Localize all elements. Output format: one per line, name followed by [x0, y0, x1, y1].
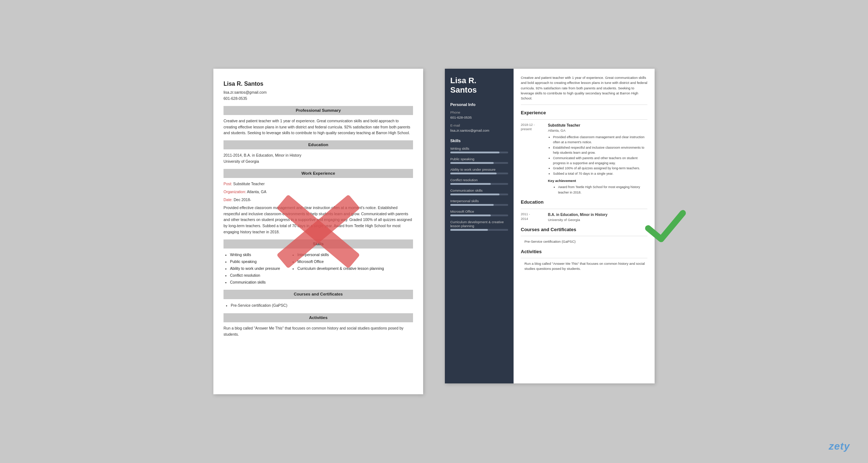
- left-resume: Lisa R. Santos lisa.zr.santos@gmail.com …: [213, 69, 423, 394]
- right-activities-text: Run a blog called "Answer Me This" that …: [521, 261, 647, 272]
- right-activities-title: Activities: [521, 248, 647, 255]
- left-name: Lisa R. Santos: [224, 80, 413, 88]
- right-exp-bullet-2: Established respectful and inclusive cla…: [553, 145, 647, 156]
- left-education-text: 2011-2014, B.A. in Education, Minor in H…: [224, 152, 413, 165]
- skill-item-curriculum: Curriculum development & creative lesson…: [450, 220, 508, 231]
- left-work-date: Date: Dec 2018-: [224, 197, 413, 203]
- right-exp-dates: 2018-12 -present: [521, 123, 544, 195]
- right-edu-dates: 2011 -2014: [521, 212, 544, 222]
- right-exp-bullet-1: Provided effective classroom management …: [553, 135, 647, 145]
- left-skill-8: Curriculum development & creative lesson…: [297, 265, 384, 272]
- left-skill-3: Ability to work under pressure: [230, 265, 280, 272]
- left-section-activities: Activities: [224, 313, 413, 322]
- left-section-summary: Professional Summary: [224, 106, 413, 115]
- sidebar-skills-title: Skills: [450, 139, 508, 143]
- right-exp-bullets: Provided effective classroom management …: [548, 135, 647, 176]
- right-resume: Lisa R.Santos Personal Info Phone 601-62…: [445, 69, 655, 383]
- right-summary: Creative and patient teacher with 1 year…: [521, 75, 647, 105]
- right-experience-title: Experience: [521, 109, 647, 116]
- sidebar-personal-info-title: Personal Info: [450, 102, 508, 107]
- left-skill-6: Interpersonal skills: [297, 251, 384, 258]
- left-section-courses: Courses and Certificates: [224, 290, 413, 299]
- left-skill-2: Public speaking: [230, 258, 280, 265]
- left-email: lisa.zr.santos@gmail.com 601-628-0535: [224, 89, 413, 102]
- sidebar-email-value: lisa.zr.santos@gmail.com: [450, 128, 508, 133]
- right-edu-title: B.A. in Education, Minor in History: [548, 212, 607, 217]
- skill-item-communication: Communication skills: [450, 188, 508, 195]
- left-section-work: Work Experience: [224, 169, 413, 178]
- left-skill-7: Microsoft Office: [297, 258, 384, 265]
- left-skill-5: Communication skills: [230, 279, 280, 286]
- experience-divider: [521, 119, 647, 120]
- right-exp-details: Substitute Teacher Atlanta, GA Provided …: [548, 123, 647, 195]
- left-courses-list: Pre-Service certification (GaPSC): [224, 302, 413, 309]
- right-courses-title: Courses and Certificates: [521, 226, 647, 233]
- left-skills-col2: Interpersonal skills Microsoft Office Cu…: [291, 251, 384, 285]
- right-sidebar: Lisa R.Santos Personal Info Phone 601-62…: [445, 69, 514, 383]
- sidebar-email-label: E-mail: [450, 123, 508, 127]
- right-edu-org: University of Georgia: [548, 217, 607, 222]
- skill-item-interpersonal: Interpersonal skills: [450, 199, 508, 206]
- right-name: Lisa R.Santos: [450, 76, 508, 95]
- right-edu-row: 2011 -2014 B.A. in Education, Minor in H…: [521, 212, 647, 222]
- right-exp-org: Atlanta, GA: [548, 128, 647, 133]
- left-course-1: Pre-Service certification (GaPSC): [231, 302, 413, 309]
- skill-item-writing: Writing skills: [450, 146, 508, 153]
- left-skills-col1: Writing skills Public speaking Ability t…: [224, 251, 280, 285]
- right-main-content: Creative and patient teacher with 1 year…: [514, 69, 655, 383]
- right-exp-row: 2018-12 -present Substitute Teacher Atla…: [521, 123, 647, 195]
- left-skill-1: Writing skills: [230, 251, 280, 258]
- left-work-bullets: Provided effective classroom management …: [224, 205, 413, 235]
- skill-item-conflict: Conflict resolution: [450, 178, 508, 185]
- right-key-achievement-title: Key achievement: [548, 178, 647, 183]
- sidebar-phone-value: 601-628-0535: [450, 115, 508, 120]
- right-achievement-1: Award from Teetle High School for most e…: [558, 184, 647, 195]
- skill-item-public-speaking: Public speaking: [450, 157, 508, 164]
- left-skills-grid: Writing skills Public speaking Ability t…: [224, 251, 413, 285]
- right-exp-bullet-4: Graded 100% of all quizzes assigned by l…: [553, 166, 647, 171]
- left-work-org: Organization: Atlanta, GA: [224, 189, 413, 195]
- right-education-title: Education: [521, 199, 647, 206]
- skill-item-msoffice: Microsoft Office: [450, 209, 508, 216]
- left-skill-4: Conflict resolution: [230, 272, 280, 279]
- left-section-skills: Skills: [224, 239, 413, 249]
- left-section-education: Education: [224, 140, 413, 149]
- courses-divider: [521, 236, 647, 236]
- right-exp-bullet-5: Subbed a total of 70 days in a single ye…: [553, 171, 647, 176]
- right-key-achievement: Award from Teetle High School for most e…: [548, 184, 647, 195]
- right-courses-item: Pre-Service certification (GaPSC): [521, 239, 647, 244]
- sidebar-phone-label: Phone: [450, 110, 508, 114]
- left-activities-text: Run a blog called "Answer Me This" that …: [224, 325, 413, 337]
- activities-divider: [521, 258, 647, 258]
- right-exp-title: Substitute Teacher: [548, 123, 647, 128]
- education-divider: [521, 209, 647, 209]
- skill-item-pressure: Ability to work under pressure: [450, 167, 508, 174]
- right-edu-details: B.A. in Education, Minor in History Univ…: [548, 212, 607, 222]
- right-exp-bullet-3: Communicated with parents and other teac…: [553, 156, 647, 166]
- zety-watermark: zety: [829, 441, 850, 452]
- left-summary-text: Creative and patient teacher with 1 year…: [224, 118, 413, 136]
- left-work-post: Post: Substitute Teacher: [224, 181, 413, 187]
